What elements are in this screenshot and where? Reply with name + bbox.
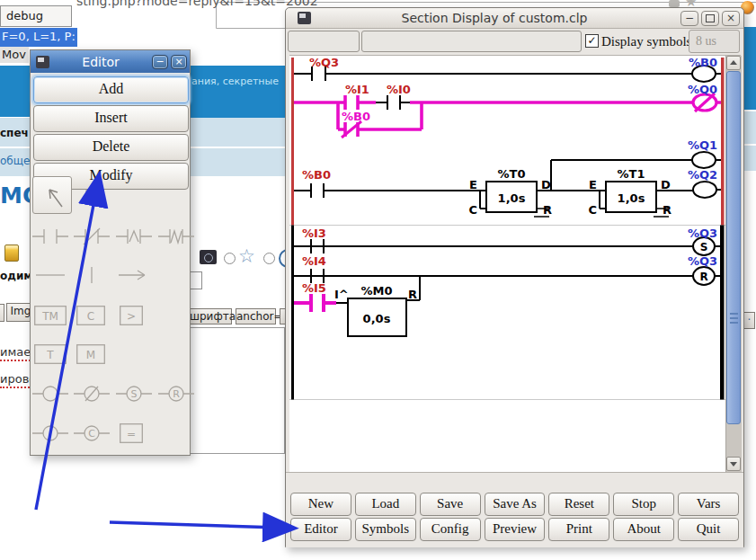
contact-open-tool[interactable]	[32, 227, 68, 246]
editor-add-button[interactable]: Add	[33, 76, 189, 103]
select-tool[interactable]	[32, 176, 72, 214]
scroll-up-button[interactable]	[726, 56, 741, 70]
label-m0-r: R	[408, 288, 417, 301]
eraser-tool[interactable]	[80, 187, 105, 207]
main-reset-button[interactable]: Reset	[548, 493, 609, 516]
bbcode-button-edge[interactable]	[0, 304, 4, 322]
monostable-block-tool[interactable]: M	[76, 344, 105, 364]
scrollbar-thumb[interactable]	[726, 71, 741, 424]
main-load-button[interactable]: Load	[355, 493, 416, 516]
window-icon	[298, 12, 311, 24]
svg-text:C: C	[88, 428, 95, 440]
banner-left	[0, 66, 30, 117]
selected-text: F=0, L=1, P:	[0, 28, 77, 47]
label-b0-contact: %B0	[302, 168, 331, 182]
compare-block-tool[interactable]: >	[120, 306, 143, 325]
star-icon[interactable]: ☆	[238, 247, 255, 265]
main-vars-button[interactable]: Vars	[678, 493, 739, 516]
stripe	[189, 118, 285, 147]
long-wire-tool[interactable]	[116, 265, 152, 285]
coil-tool[interactable]	[32, 384, 68, 404]
left-rail-section2	[291, 226, 294, 400]
svg-text:>: >	[127, 310, 136, 323]
rung-comment-field[interactable]	[361, 31, 582, 52]
main-titlebar: Section Display of custom.clp − ×	[286, 8, 743, 29]
counter-block-tool[interactable]: C	[76, 306, 105, 325]
rung-label-field[interactable]	[288, 31, 360, 52]
coil-reset-tool[interactable]: R	[158, 384, 194, 404]
contact-falling-edge-tool[interactable]	[158, 227, 194, 246]
vertical-scrollbar[interactable]	[725, 56, 742, 473]
scan-time-field: 8 us	[689, 30, 740, 53]
timer-block-tool[interactable]: TM	[34, 306, 67, 325]
bg-text-imae: имае	[0, 345, 31, 361]
banner-right	[743, 27, 756, 110]
main-save-as-button[interactable]: Save As	[485, 493, 546, 516]
contact-rising-edge-tool[interactable]	[116, 227, 152, 246]
button-panel: NewLoadSaveSave AsResetStopVars EditorSy…	[286, 472, 743, 547]
coil-jump-tool[interactable]: J	[32, 423, 68, 443]
editor-window: Editor − × AddInsertDeleteModify TMC>TMS…	[30, 49, 191, 456]
close-button[interactable]: ×	[171, 55, 187, 69]
coil-call-tool[interactable]: C	[74, 423, 110, 443]
bg-link-obshche[interactable]: обще	[0, 155, 30, 167]
main-config-button[interactable]: Config	[420, 518, 481, 541]
label-t1-name: %T1	[618, 167, 645, 181]
main-quit-button[interactable]: Quit	[678, 518, 739, 541]
coil-set-tool[interactable]: S	[116, 384, 152, 404]
label-q1: %Q1	[688, 138, 717, 152]
label-b0-coil: %B0	[689, 56, 717, 69]
coil-reset-letter: R	[699, 271, 707, 283]
new-timer-block-tool[interactable]: T	[34, 344, 67, 364]
main-save-button[interactable]: Save	[420, 493, 481, 516]
label-q3-set: %Q3	[688, 227, 717, 240]
close-button[interactable]: ×	[722, 11, 740, 26]
label-t1-e: E	[589, 178, 597, 191]
right-rail-section2	[720, 226, 725, 400]
operate-block-tool[interactable]: =	[120, 423, 143, 443]
main-about-button[interactable]: About	[613, 518, 674, 541]
display-symbols-checkbox[interactable]: ✓	[585, 34, 599, 48]
label-b0-branch: %B0	[342, 110, 370, 123]
editor-insert-button[interactable]: Insert	[33, 105, 189, 132]
minimize-button[interactable]: −	[680, 11, 698, 26]
background-url-text: sting.php?mode=reply&f=15&t=2002	[76, 0, 318, 8]
main-new-button[interactable]: New	[290, 493, 351, 516]
label-t0-c: C	[468, 203, 477, 217]
vertical-wire-tool[interactable]	[74, 265, 110, 285]
label-i4: %I4	[302, 254, 326, 268]
small-side-button[interactable]: ·	[743, 312, 755, 329]
right-rail-section1	[721, 58, 725, 226]
editor-delete-button[interactable]: Delete	[33, 134, 189, 161]
label-t1-value: 1,0s	[618, 191, 645, 205]
bbcode-button-font[interactable]: шрифта	[189, 308, 232, 324]
main-stop-button[interactable]: Stop	[613, 493, 674, 516]
horizontal-wire-tool[interactable]	[32, 265, 68, 285]
beer-icon	[4, 244, 19, 262]
radio-button[interactable]	[263, 253, 275, 264]
debug-box: debug	[0, 5, 72, 27]
arrow-to-editor	[110, 522, 293, 529]
button-row-2: EditorSymbolsConfigPreviewPrintAboutQuit	[290, 518, 739, 541]
contact-closed-tool[interactable]	[74, 227, 110, 246]
bbcode-button-anchor[interactable]: anchor=	[236, 308, 276, 324]
coil-set-letter: S	[700, 241, 708, 253]
main-preview-button[interactable]: Preview	[485, 518, 546, 541]
label-i3: %I3	[302, 227, 326, 240]
scroll-down-button[interactable]	[726, 457, 741, 471]
coil-not-tool[interactable]	[74, 384, 110, 404]
label-t0-r: R	[543, 203, 552, 217]
main-print-button[interactable]: Print	[548, 518, 609, 541]
minimize-button[interactable]: −	[152, 55, 168, 69]
ladder-canvas[interactable]: %Q3%B0%I1%I0%Q0%B0%B0%Q1%Q2%T0EC1,0sDR%T…	[289, 55, 741, 473]
maximize-button[interactable]	[701, 11, 719, 26]
label-q3-rung1: %Q3	[309, 56, 339, 69]
main-symbols-button[interactable]: Symbols	[355, 518, 416, 541]
svg-text:R: R	[173, 388, 180, 400]
radio-button[interactable]	[224, 253, 236, 264]
move-label: Mov	[2, 48, 26, 61]
main-editor-button[interactable]: Editor	[290, 518, 351, 541]
post-textarea[interactable]	[190, 327, 285, 454]
label-m0-name: %M0	[360, 284, 392, 298]
main-window-title: Section Display of custom.clp	[311, 11, 678, 25]
